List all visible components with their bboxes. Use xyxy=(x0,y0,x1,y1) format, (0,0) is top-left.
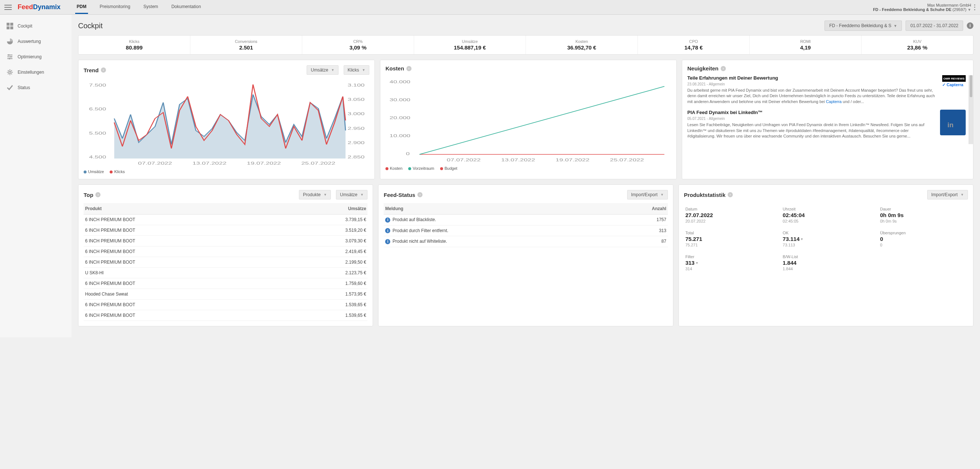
svg-text:3.100: 3.100 xyxy=(348,83,364,87)
hamburger-icon[interactable] xyxy=(5,5,12,10)
svg-text:10.000: 10.000 xyxy=(390,134,410,138)
capterra-badge: ✓ Capterra xyxy=(942,83,966,87)
pstats-select[interactable]: Import/Export▼ xyxy=(927,190,968,199)
account-name: FD - Feeddemo Bekleidung & Schuhe DE xyxy=(873,7,951,12)
top-metric-select[interactable]: Umsätze▼ xyxy=(336,190,368,199)
nav-dokumentation[interactable]: Dokumentation xyxy=(170,0,202,14)
nav-system[interactable]: System xyxy=(142,0,159,14)
nav-pdm[interactable]: PDM xyxy=(75,0,88,14)
sidebar-item-auswertung[interactable]: Auswertung xyxy=(0,34,72,49)
account-id: (29597) xyxy=(953,7,966,12)
svg-text:13.07.2022: 13.07.2022 xyxy=(192,161,227,165)
top-table: ProduktUmsätze 6 INCH PREMIUM BOOT3.739,… xyxy=(84,203,368,321)
svg-rect-3 xyxy=(10,26,13,29)
table-row[interactable]: 6 INCH PREMIUM BOOT2.199,50 € xyxy=(84,257,368,268)
arrow-icon[interactable]: › xyxy=(721,66,726,71)
kpi-cr[interactable]: CR%3,09 % xyxy=(302,36,414,54)
trend-chart: 7.5006.5005.5004.500 3.1003.0503.0002.95… xyxy=(84,78,369,167)
linkedin-thumb: in xyxy=(940,110,966,135)
svg-text:in: in xyxy=(947,121,953,129)
chevron-down-icon: ▼ xyxy=(967,8,971,12)
table-row[interactable]: 6 INCH PREMIUM BOOT3.739,15 € xyxy=(84,215,368,225)
news-item-body: Du arbeitest gerne mit PIA Feed Dynamix … xyxy=(687,87,939,105)
sidebar-item-label: Cockpit xyxy=(18,24,32,29)
top-type-select[interactable]: Produkte▼ xyxy=(299,190,331,199)
trend-title: Trend› xyxy=(84,67,106,73)
table-row[interactable]: 6 INCH PREMIUM BOOT1.539,65 € xyxy=(84,300,368,310)
table-row[interactable]: Hooded Chase Sweat1.573,95 € xyxy=(84,289,368,300)
svg-text:40.000: 40.000 xyxy=(390,79,410,84)
feed-status-card: Feed-Status› Import/Export▼ MeldungAnzah… xyxy=(378,184,673,326)
sidebar-item-label: Status xyxy=(18,85,30,90)
arrow-icon[interactable]: › xyxy=(417,192,423,197)
pie-icon xyxy=(6,38,13,45)
svg-text:4.500: 4.500 xyxy=(89,155,106,159)
sidebar-item-einstellungen[interactable]: Einstellungen xyxy=(0,65,72,80)
svg-text:2.900: 2.900 xyxy=(348,140,364,145)
table-row[interactable]: 6 INCH PREMIUM BOOT3.079,30 € xyxy=(84,236,368,246)
stat-block: Datum27.07.202220.07.2022 xyxy=(686,207,772,223)
sidebar-item-optimierung[interactable]: Optimierung xyxy=(0,49,72,65)
kpi-umsaetze[interactable]: Umsätze154.887,19 € xyxy=(414,36,526,54)
sidebar-item-cockpit[interactable]: Cockpit xyxy=(0,18,72,34)
stat-grid: Datum27.07.202220.07.2022Uhrzeit02:45:04… xyxy=(684,203,968,275)
svg-point-9 xyxy=(9,58,10,59)
trend-metric2-select[interactable]: Klicks▼ xyxy=(344,65,369,75)
feed-select[interactable]: Import/Export▼ xyxy=(627,190,668,199)
kpi-cpo[interactable]: CPO14,78 € xyxy=(638,36,750,54)
kpi-klicks[interactable]: Klicks80.899 xyxy=(78,36,190,54)
kosten-card: Kosten› 40.00030.00020.00010.0000 07.07.… xyxy=(380,60,677,179)
kpi-kosten[interactable]: Kosten36.952,70 € xyxy=(526,36,638,54)
news-item[interactable]: Teile Erfahrungen mit Deiner Bewertung 2… xyxy=(687,75,966,105)
arrow-icon[interactable]: › xyxy=(101,67,106,73)
page-title: Cockpit xyxy=(78,22,103,30)
table-row[interactable]: 6 INCH PREMIUM BOOT2.419,45 € xyxy=(84,246,368,257)
svg-point-10 xyxy=(9,71,11,73)
header-account[interactable]: Max Mustermann GmbH FD - Feeddemo Beklei… xyxy=(873,3,975,12)
trend-metric1-select[interactable]: Umsätze▼ xyxy=(307,65,338,75)
svg-text:2.950: 2.950 xyxy=(348,126,364,130)
capterra-link[interactable]: Capterra xyxy=(826,99,842,104)
logo: FeedDynamix xyxy=(18,3,60,11)
sidebar-item-status[interactable]: Status xyxy=(0,80,72,95)
stat-block: Filter313▾314 xyxy=(686,254,772,271)
news-item-body: Lesen Sie Fachbeiträge, Neuigkeiten und … xyxy=(687,122,936,139)
table-row[interactable]: 6 INCH PREMIUM BOOT1.539,65 € xyxy=(84,310,368,321)
pstats-title: Produktstatistik› xyxy=(684,192,733,198)
table-row[interactable]: 6 INCH PREMIUM BOOT1.759,60 € xyxy=(84,278,368,289)
svg-text:07.07.2022: 07.07.2022 xyxy=(138,161,172,165)
stat-block: Uhrzeit02:45:0402:45:05 xyxy=(783,207,869,223)
svg-text:20.000: 20.000 xyxy=(390,116,410,120)
daterange-select[interactable]: 01.07.2022 - 31.07.2022 xyxy=(905,21,963,31)
info-icon: i xyxy=(385,239,390,244)
kpi-romi[interactable]: ROMI4,19 xyxy=(750,36,862,54)
arrow-icon[interactable]: › xyxy=(95,192,100,197)
account-select[interactable]: FD - Feeddemo Bekleidung & S▼ xyxy=(824,21,902,31)
kpi-conversions[interactable]: Conversions2.501 xyxy=(190,36,302,54)
nav-preismonitoring[interactable]: Preismonitoring xyxy=(98,0,132,14)
table-row[interactable]: iProdukt auf Blackliste.1757 xyxy=(383,215,668,226)
company-name: Max Mustermann GmbH xyxy=(873,3,971,7)
scrollbar[interactable] xyxy=(969,75,973,144)
sidebar-item-label: Einstellungen xyxy=(18,70,44,75)
stat-block: B/W-List1.8441.844 xyxy=(783,254,869,271)
svg-text:25.07.2022: 25.07.2022 xyxy=(610,158,644,162)
kpi-kuv[interactable]: KUV23,86 % xyxy=(862,36,973,54)
sidebar: Cockpit Auswertung Optimierung Einstellu… xyxy=(0,15,72,337)
news-title: Neuigkeiten› xyxy=(687,65,726,72)
kebab-icon[interactable] xyxy=(974,5,975,10)
svg-text:19.07.2022: 19.07.2022 xyxy=(556,158,590,162)
app-header: FeedDynamix PDM Preismonitoring System D… xyxy=(0,0,980,15)
arrow-icon[interactable]: › xyxy=(406,66,412,71)
table-row[interactable]: U SK8-HI2.123,75 € xyxy=(84,268,368,278)
info-icon[interactable]: i xyxy=(967,22,974,29)
table-row[interactable]: iProdukt durch Filter entfernt.313 xyxy=(383,225,668,236)
svg-rect-1 xyxy=(10,23,13,25)
arrow-icon[interactable]: › xyxy=(728,192,733,197)
kpi-row: Klicks80.899 Conversions2.501 CR%3,09 % … xyxy=(78,35,974,55)
table-row[interactable]: iProdukt nicht auf Whiteliste.87 xyxy=(383,236,668,247)
news-item[interactable]: PIA Feed Dynamix bei LinkedIn™ 05.07.202… xyxy=(687,110,966,139)
table-row[interactable]: 6 INCH PREMIUM BOOT3.519,20 € xyxy=(84,225,368,236)
info-icon: i xyxy=(385,228,390,233)
svg-text:13.07.2022: 13.07.2022 xyxy=(501,158,535,162)
